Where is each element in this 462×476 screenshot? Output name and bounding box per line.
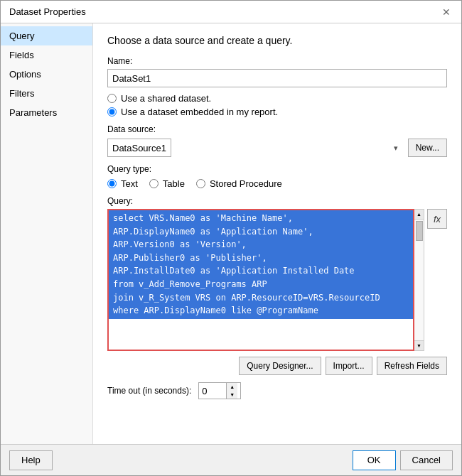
shared-dataset-label: Use a shared dataset. <box>121 93 211 104</box>
query-scrollbar[interactable]: ▲ ▼ <box>414 209 424 351</box>
sidebar-item-parameters[interactable]: Parameters <box>1 103 92 122</box>
query-designer-button[interactable]: Query Designer... <box>239 357 321 375</box>
fx-button[interactable]: fx <box>427 209 447 229</box>
datasource-label: Data source: <box>107 124 447 134</box>
sidebar: Query Fields Options Filters Parameters <box>1 23 93 444</box>
dataset-type-group: Use a shared dataset. Use a dataset embe… <box>107 93 447 117</box>
dataset-properties-dialog: Dataset Properties ✕ Query Fields Option… <box>0 0 462 476</box>
new-datasource-button[interactable]: New... <box>408 139 447 157</box>
dialog-body: Query Fields Options Filters Parameters … <box>1 23 461 444</box>
shared-dataset-row: Use a shared dataset. <box>107 93 447 104</box>
section-title: Choose a data source and create a query. <box>107 35 447 46</box>
query-label: Query: <box>107 196 447 206</box>
embedded-dataset-row: Use a dataset embedded in my report. <box>107 107 447 117</box>
import-button[interactable]: Import... <box>326 357 372 375</box>
scrollbar-up-arrow[interactable]: ▲ <box>414 210 424 220</box>
title-bar: Dataset Properties ✕ <box>1 1 461 23</box>
qt-table-row: Table <box>149 178 185 189</box>
sidebar-item-query[interactable]: Query <box>1 26 92 45</box>
sidebar-item-filters[interactable]: Filters <box>1 84 92 103</box>
query-text-area[interactable]: select VRS.Name0 as 'Machine Name', ARP.… <box>107 209 414 351</box>
shared-dataset-radio[interactable] <box>107 94 117 103</box>
query-area-container: select VRS.Name0 as 'Machine Name', ARP.… <box>107 209 447 351</box>
name-label: Name: <box>107 56 447 66</box>
cancel-button[interactable]: Cancel <box>400 450 453 470</box>
ok-button[interactable]: OK <box>353 450 396 470</box>
sidebar-item-options[interactable]: Options <box>1 65 92 84</box>
refresh-fields-button[interactable]: Refresh Fields <box>377 357 447 375</box>
qt-table-label: Table <box>163 178 185 189</box>
timeout-label: Time out (in seconds): <box>107 386 191 396</box>
spinner-down-button[interactable]: ▼ <box>227 391 237 399</box>
close-button[interactable]: ✕ <box>440 6 453 18</box>
qt-text-radio[interactable] <box>107 179 117 188</box>
query-empty-area <box>109 319 413 351</box>
name-input[interactable] <box>107 69 447 87</box>
spinner-arrows: ▲ ▼ <box>226 383 237 399</box>
dialog-title: Dataset Properties <box>9 6 86 17</box>
timeout-input[interactable] <box>199 383 226 399</box>
scrollbar-down-arrow[interactable]: ▼ <box>414 340 424 350</box>
scrollbar-thumb[interactable] <box>416 221 423 241</box>
embedded-dataset-radio[interactable] <box>107 107 117 117</box>
main-content: Choose a data source and create a query.… <box>93 23 461 444</box>
qt-text-label: Text <box>121 178 138 189</box>
query-selected-text: select VRS.Name0 as 'Machine Name', ARP.… <box>109 210 413 319</box>
qt-stored-row: Stored Procedure <box>196 178 282 189</box>
footer-right: OK Cancel <box>353 450 453 470</box>
embedded-dataset-label: Use a dataset embedded in my report. <box>121 107 278 117</box>
qt-table-radio[interactable] <box>149 179 159 188</box>
dialog-footer: Help OK Cancel <box>1 444 461 475</box>
timeout-spinner[interactable]: ▲ ▼ <box>198 382 241 399</box>
timeout-row: Time out (in seconds): ▲ ▼ <box>107 382 447 399</box>
scrollbar-track <box>414 220 424 340</box>
qt-stored-label: Stored Procedure <box>210 178 282 189</box>
datasource-select[interactable]: DataSource1 <box>107 139 171 157</box>
datasource-select-wrapper: DataSource1 <box>107 139 402 157</box>
qt-stored-radio[interactable] <box>196 179 205 188</box>
query-type-label: Query type: <box>107 164 447 174</box>
help-button[interactable]: Help <box>9 450 53 470</box>
sidebar-item-fields[interactable]: Fields <box>1 45 92 65</box>
spinner-up-button[interactable]: ▲ <box>227 383 237 391</box>
qt-text-row: Text <box>107 178 138 189</box>
query-type-row: Text Table Stored Procedure <box>107 178 447 189</box>
fx-button-wrapper: fx <box>427 209 447 351</box>
datasource-row: DataSource1 New... <box>107 139 447 157</box>
query-buttons-row: Query Designer... Import... Refresh Fiel… <box>107 357 447 375</box>
